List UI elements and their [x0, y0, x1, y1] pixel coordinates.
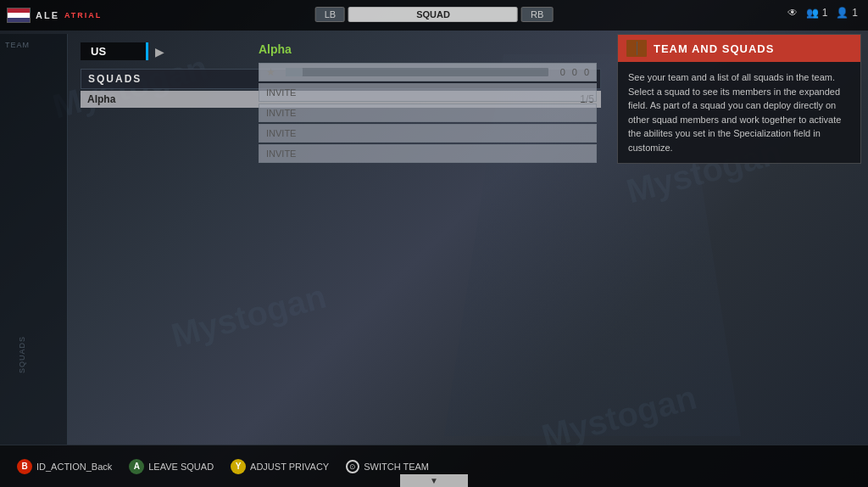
- book-icon: [626, 40, 647, 57]
- top-right-icons: 👁 👥 1 👤 1: [787, 7, 858, 19]
- info-title: TEAM AND SQuAdS: [654, 42, 774, 55]
- player-group: 👥 1: [806, 7, 828, 19]
- bottom-bar: B ID_ACTION_Back A LEAVE SQUAD Y ADJUST …: [0, 445, 868, 487]
- invite-label-4: INVITE: [266, 148, 296, 159]
- invite-row-1[interactable]: INVITE: [259, 83, 597, 102]
- member-bar-fill: [286, 68, 303, 76]
- logo-area: ALE ATRIAL: [0, 8, 108, 23]
- member-stat-3: 0: [584, 67, 589, 77]
- team-label: TEAM: [0, 34, 67, 53]
- players-icon: 👥: [806, 7, 819, 19]
- adjust-privacy-label: ADJUST PRIVACY: [250, 462, 329, 472]
- action-switch-team[interactable]: ⊙ SWITCH TEAM: [346, 460, 429, 473]
- invite-label-2: INVITE: [266, 108, 296, 118]
- bottom-center: ▼: [400, 474, 468, 487]
- y-button[interactable]: Y: [231, 459, 246, 474]
- invite-row-4[interactable]: INVITE: [259, 144, 597, 163]
- invite-label-3: INVITE: [266, 128, 296, 138]
- squad-name: Alpha: [87, 93, 115, 105]
- badge-text: ATRIAL: [64, 11, 102, 20]
- back-label: ID_ACTION_Back: [36, 462, 112, 472]
- a-button[interactable]: A: [129, 459, 144, 474]
- tab-lb-button[interactable]: LB: [315, 7, 345, 22]
- star-icon: ★: [266, 66, 275, 78]
- player-count: 1: [822, 7, 828, 19]
- invite-row-3[interactable]: INVITE: [259, 124, 597, 143]
- action-leave-squad[interactable]: A LEAVE SQUAD: [129, 459, 214, 474]
- logo-text: ALE: [36, 10, 59, 20]
- squads-label: SQUADS: [13, 333, 31, 377]
- alpha-title: Alpha: [259, 42, 597, 56]
- tab-container: LB SQUAD RB: [315, 7, 554, 22]
- alpha-section: Alpha ★ 0 0 0 INVITE INVITE INVITE INVIT…: [246, 34, 609, 445]
- action-back[interactable]: B ID_ACTION_Back: [17, 459, 112, 474]
- invite-row-2[interactable]: INVITE: [259, 104, 597, 122]
- info-header: TEAM AND SQuAdS: [618, 35, 860, 62]
- action-adjust-privacy[interactable]: Y ADJUST PRIVACY: [231, 459, 329, 474]
- member-row-leader: ★ 0 0 0: [259, 63, 597, 81]
- tab-squad-active: SQUAD: [348, 7, 518, 22]
- switch-team-label: SWITCH TEAM: [364, 462, 429, 472]
- switch-team-icon: ⊙: [346, 460, 359, 473]
- person-icon: 👤: [836, 7, 849, 19]
- b-button[interactable]: B: [17, 459, 32, 474]
- member-stat-2: 0: [572, 67, 577, 77]
- info-body: See your team and a list of all squads i…: [618, 62, 860, 163]
- privacy-indicator: ▼: [400, 474, 468, 487]
- person-count: 1: [852, 7, 858, 19]
- sidebar: TEAM SQUADS: [0, 34, 68, 445]
- person-group: 👤 1: [836, 7, 858, 19]
- eye-icon: 👁: [787, 7, 798, 19]
- leave-squad-label: LEAVE SQUAD: [148, 462, 214, 472]
- info-panel: TEAM AND SQuAdS See your team and a list…: [617, 34, 861, 164]
- flag-icon: [7, 8, 31, 23]
- team-arrow: ▶: [155, 45, 164, 59]
- invite-label-1: INVITE: [266, 87, 296, 98]
- tab-rb-button[interactable]: RB: [521, 7, 553, 22]
- member-stat-1: 0: [560, 67, 565, 77]
- member-bar: [286, 68, 548, 76]
- team-name[interactable]: US: [81, 42, 148, 60]
- eye-group: 👁: [787, 7, 798, 19]
